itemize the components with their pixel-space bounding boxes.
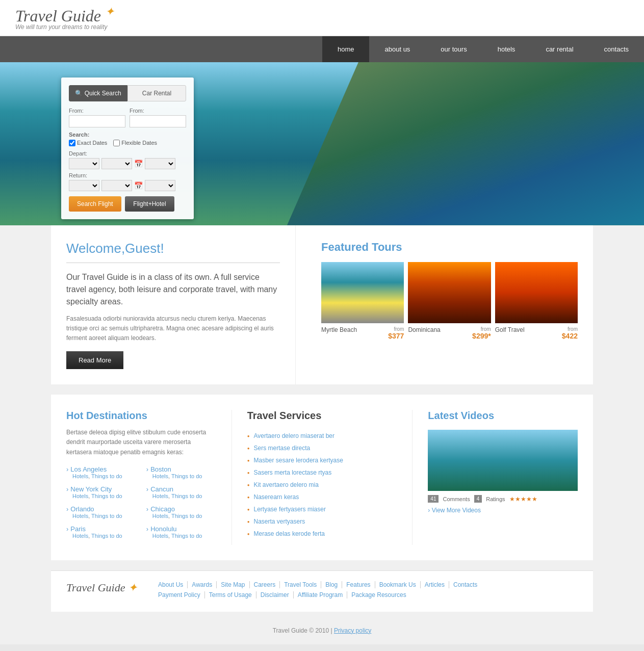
tour-info-2: Golf Travel from $422 xyxy=(495,326,578,340)
quick-search-tab[interactable]: 🔍 Quick Search xyxy=(69,85,127,101)
footer-link-contacts[interactable]: Contacts xyxy=(449,581,481,588)
service-link-5[interactable]: Naserearn keras xyxy=(254,493,299,501)
footer-link-careers[interactable]: Careers xyxy=(250,581,280,588)
city-link-chicago[interactable]: Chicago xyxy=(146,505,216,513)
boston-things[interactable]: Things to do xyxy=(171,473,202,479)
city-link-orlando[interactable]: Orlando xyxy=(66,505,136,513)
orlando-things[interactable]: Things to do xyxy=(91,513,122,519)
chicago-things[interactable]: Things to do xyxy=(171,513,202,519)
tour-name-0: Myrtle Beach xyxy=(321,326,357,333)
orlando-hotels[interactable]: Hotels xyxy=(72,513,88,519)
latest-videos-section: Latest Videos 41 Comments 4 Ratings ★★★★… xyxy=(413,410,578,545)
cancun-hotels[interactable]: Hotels xyxy=(152,493,168,499)
date-options: Exact Dates Flexible Dates xyxy=(69,140,186,146)
dest-sub-nyc: Hotels, Things to do xyxy=(72,493,136,499)
dest-sub-boston: Hotels, Things to do xyxy=(152,473,216,479)
footer-link-sitemap[interactable]: Site Map xyxy=(217,581,249,588)
footer-link-blog[interactable]: Blog xyxy=(321,581,342,588)
hot-destinations-desc: Bertase deleoa dipisg elitve stibulum cu… xyxy=(66,428,216,457)
honolulu-things[interactable]: Things to do xyxy=(171,533,202,539)
nav-hotels[interactable]: hotels xyxy=(482,36,531,62)
flexible-dates-checkbox[interactable] xyxy=(113,140,120,146)
city-link-cancun[interactable]: Cancun xyxy=(146,485,216,493)
city-link-honolulu[interactable]: Honolulu xyxy=(146,525,216,533)
chicago-hotels[interactable]: Hotels xyxy=(152,513,168,519)
service-link-7[interactable]: Naserta vertyasers xyxy=(254,518,305,525)
from-input-1[interactable] xyxy=(69,115,125,127)
depart-label: Depart: xyxy=(69,150,186,157)
depart-calendar-icon[interactable]: 📅 xyxy=(134,160,143,168)
nav-car-rental[interactable]: car rental xyxy=(530,36,588,62)
nyc-things[interactable]: Things to do xyxy=(91,493,122,499)
welcome-body: Fasalesuada odiorbi nunioravida atcursus… xyxy=(66,314,280,344)
search-panel: 🔍 Quick Search Car Rental From: From: Se… xyxy=(61,77,194,219)
paris-hotels[interactable]: Hotels xyxy=(72,533,88,539)
footer-link-articles[interactable]: Articles xyxy=(421,581,449,588)
depart-month[interactable] xyxy=(101,158,132,169)
return-month[interactable] xyxy=(101,180,132,191)
boston-hotels[interactable]: Hotels xyxy=(152,473,168,479)
nyc-hotels[interactable]: Hotels xyxy=(72,493,88,499)
footer-link-features[interactable]: Features xyxy=(342,581,375,588)
service-link-3[interactable]: Sasers merta lorectase rtyas xyxy=(254,469,332,476)
la-things[interactable]: Things to do xyxy=(91,473,122,479)
tour-name-1: Dominicana xyxy=(408,326,440,333)
lower-sections: Hot Destinations Bertase deleoa dipisg e… xyxy=(51,395,593,560)
flexible-dates-label: Flexible Dates xyxy=(113,140,157,146)
footer-link-bookmark[interactable]: Bookmark Us xyxy=(375,581,421,588)
depart-day[interactable] xyxy=(69,158,99,169)
from-input-2[interactable] xyxy=(130,115,186,127)
footer-link-travel-tools[interactable]: Travel Tools xyxy=(280,581,321,588)
footer-link-awards[interactable]: Awards xyxy=(188,581,217,588)
nav-contacts[interactable]: contacts xyxy=(589,36,644,62)
exact-dates-checkbox[interactable] xyxy=(69,140,75,146)
copyright: Travel Guide © 2010 | Privacy policy xyxy=(0,622,644,644)
paris-things[interactable]: Things to do xyxy=(91,533,122,539)
search-tabs: 🔍 Quick Search Car Rental xyxy=(69,85,186,101)
footer-link-about[interactable]: About Us xyxy=(158,581,188,588)
tour-price-0: from $377 xyxy=(388,326,404,340)
footer-link-disclaimer[interactable]: Disclaimer xyxy=(256,591,294,598)
dest-sub-la: Hotels, Things to do xyxy=(72,473,136,479)
nav-home[interactable]: home xyxy=(322,36,370,62)
return-year[interactable] xyxy=(145,180,175,191)
city-link-boston[interactable]: Boston xyxy=(146,465,216,473)
la-hotels[interactable]: Hotels xyxy=(72,473,88,479)
footer-link-resources[interactable]: Package Resources xyxy=(347,591,410,598)
city-link-paris[interactable]: Paris xyxy=(66,525,136,533)
view-more-videos-link[interactable]: View More Videos xyxy=(428,507,578,514)
service-link-6[interactable]: Lertyase fertyasers miaser xyxy=(254,506,326,513)
main-content: Welcome,Guest! Our Travel Guide is in a … xyxy=(0,225,644,644)
welcome-divider xyxy=(66,263,280,263)
service-item-5: Naserearn keras xyxy=(247,491,397,503)
service-link-2[interactable]: Masber sesare lerodera kertyase xyxy=(254,457,343,464)
depart-year[interactable] xyxy=(145,158,175,169)
return-day[interactable] xyxy=(69,180,99,191)
service-link-1[interactable]: Sers mertase directa xyxy=(254,445,311,452)
return-calendar-icon[interactable]: 📅 xyxy=(134,181,143,190)
video-thumbnail[interactable] xyxy=(428,430,578,491)
footer-link-terms[interactable]: Terms of Usage xyxy=(205,591,256,598)
service-item-1: Sers mertase directa xyxy=(247,442,397,454)
tour-info-0: Myrtle Beach from $377 xyxy=(321,326,404,340)
footer-link-payment[interactable]: Payment Policy xyxy=(158,591,205,598)
footer-link-affiliate[interactable]: Affiliate Program xyxy=(294,591,347,598)
read-more-button[interactable]: Read More xyxy=(66,351,123,369)
flight-hotel-button[interactable]: Flight+Hotel xyxy=(125,196,174,212)
cancun-things[interactable]: Things to do xyxy=(171,493,202,499)
depart-row: 📅 xyxy=(69,158,186,169)
honolulu-hotels[interactable]: Hotels xyxy=(152,533,168,539)
tour-price-1: from $299* xyxy=(472,326,491,340)
search-flight-button[interactable]: Search Flight xyxy=(69,196,121,212)
privacy-policy-link[interactable]: Privacy policy xyxy=(334,627,371,634)
car-rental-tab[interactable]: Car Rental xyxy=(127,85,186,101)
service-link-8[interactable]: Merase delas kerode ferta xyxy=(254,530,325,537)
city-link-nyc[interactable]: New York City xyxy=(66,485,136,493)
dest-col-right: Boston Hotels, Things to do Cancun Hotel… xyxy=(146,465,216,545)
nav-about[interactable]: about us xyxy=(369,36,425,62)
service-link-4[interactable]: Kit avertaero delero mia xyxy=(254,481,319,488)
search-label: Search: xyxy=(69,132,186,138)
city-link-la[interactable]: Los Angeles xyxy=(66,465,136,473)
nav-tours[interactable]: our tours xyxy=(425,36,482,62)
service-link-0[interactable]: Avertaero delero miaserat ber xyxy=(254,432,335,439)
